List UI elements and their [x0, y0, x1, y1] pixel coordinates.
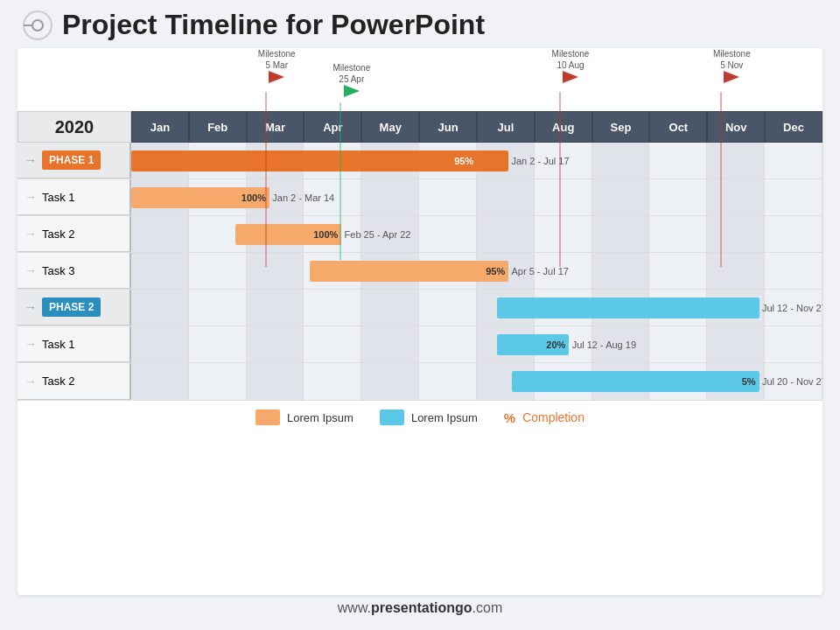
task3a-dates: Apr 5 - Jul 17: [512, 266, 569, 276]
month-nov: Nov: [707, 111, 765, 143]
year-cell: 2020: [18, 111, 131, 143]
arrow-icon: →: [24, 227, 37, 241]
task2a-label: → Task 2: [18, 216, 131, 252]
legend-blue: Lorem Ipsum: [380, 410, 478, 425]
legend-percent-symbol: %: [504, 410, 515, 425]
header: Project Timeline for PowerPoint: [18, 9, 822, 41]
month-mar: Mar: [247, 111, 304, 143]
month-may: May: [361, 111, 419, 143]
phase1-bar: 95%: [131, 150, 508, 172]
svg-point-1: [32, 20, 43, 31]
svg-marker-5: [563, 71, 578, 83]
task3a-bar: 95%: [310, 261, 508, 282]
phase1-label: → PHASE 1: [18, 143, 131, 178]
task1b-dates: Jul 12 - Aug 19: [572, 340, 636, 350]
svg-marker-4: [344, 85, 360, 97]
footer-text: www.presentationgo.com: [338, 600, 502, 615]
task2a-grid: 100% Feb 25 - Apr 22: [131, 216, 822, 252]
month-jan: Jan: [131, 111, 189, 143]
month-jul: Jul: [477, 111, 535, 143]
arrow-icon: →: [24, 190, 37, 204]
months-header: 2020 Jan Feb Mar Apr May Jun Jul Aug Sep…: [18, 111, 822, 143]
task1a-label: → Task 1: [18, 179, 131, 215]
arrow-icon: →: [24, 153, 37, 167]
svg-marker-3: [269, 71, 284, 83]
month-jun: Jun: [419, 111, 477, 143]
phase1-dates: Jan 2 - Jul 17: [512, 156, 570, 166]
task2a-row: → Task 2 100%: [18, 216, 822, 253]
task2b-row: → Task 2 5%: [18, 363, 822, 400]
legend-blue-box: [380, 410, 404, 425]
arrow-icon: →: [24, 374, 37, 388]
arrow-icon: →: [24, 337, 37, 351]
phase2-row: → PHASE 2 Jul: [18, 290, 822, 326]
milestone-2: Milestone 25 Apr: [332, 62, 370, 97]
task1a-bar: 100%: [131, 187, 270, 208]
timeline-icon: [22, 10, 53, 41]
task2a-bar: 100%: [235, 224, 342, 245]
flag-icon-4: [724, 71, 739, 83]
task1b-row: → Task 1 20%: [18, 326, 822, 363]
legend: Lorem Ipsum Lorem Ipsum % Completion: [18, 400, 822, 430]
page: Project Timeline for PowerPoint Mileston…: [0, 0, 840, 630]
phase2-bar: [497, 298, 760, 318]
task1a-dates: Jan 2 - Mar 14: [272, 192, 334, 203]
legend-orange-box: [256, 410, 280, 425]
task2a-dates: Feb 25 - Apr 22: [345, 229, 411, 240]
month-feb: Feb: [189, 111, 247, 143]
flag-icon-2: [344, 85, 360, 97]
milestone-3: Milestone 10 Aug: [552, 48, 590, 83]
month-dec: Dec: [765, 111, 822, 143]
task1b-bar: 20%: [497, 334, 569, 355]
phase1-grid: 95% Jan 2 - Jul 17: [131, 143, 822, 178]
month-sep: Sep: [592, 111, 650, 143]
task1b-grid: 20% Jul 12 - Aug 19: [131, 326, 822, 362]
svg-marker-6: [724, 71, 739, 83]
phase1-box: PHASE 1: [42, 150, 101, 170]
phase2-grid: Jul 12 - Nov 27: [131, 290, 822, 326]
task2b-dates: Jul 20 - Nov 27: [762, 376, 822, 387]
milestone-4: Milestone 5 Nov: [713, 48, 751, 83]
legend-blue-label: Lorem Ipsum: [411, 411, 478, 424]
legend-completion: % Completion: [504, 410, 584, 425]
arrow-icon: →: [24, 263, 37, 277]
phase1-row: → PHASE 1 95%: [18, 143, 822, 179]
task1a-grid: 100% Jan 2 - Mar 14: [131, 179, 822, 215]
task1a-row: → Task 1 100%: [18, 179, 822, 216]
task2b-label: → Task 2: [18, 363, 131, 400]
task3a-grid: 95% Apr 5 - Jul 17: [131, 253, 822, 289]
page-title: Project Timeline for PowerPoint: [62, 9, 485, 41]
task3a-label: → Task 3: [18, 253, 131, 289]
task3a-row: → Task 3 95%: [18, 253, 822, 290]
month-apr: Apr: [304, 111, 361, 143]
milestones-area: Milestone 5 Mar Milestone 25 Apr: [131, 48, 822, 111]
task2b-bar: 5%: [512, 371, 760, 392]
month-aug: Aug: [535, 111, 592, 143]
flag-icon-1: [269, 71, 284, 83]
legend-orange: Lorem Ipsum: [256, 410, 354, 425]
phase2-label: → PHASE 2: [18, 290, 131, 326]
footer: www.presentationgo.com: [18, 595, 822, 621]
task1b-label: → Task 1: [18, 326, 131, 362]
month-oct: Oct: [649, 111, 707, 143]
legend-completion-label: Completion: [522, 410, 584, 424]
task2b-grid: 5% Jul 20 - Nov 27: [131, 363, 822, 400]
phase2-box: PHASE 2: [42, 298, 101, 317]
legend-orange-label: Lorem Ipsum: [287, 411, 354, 424]
arrow-icon: →: [24, 300, 37, 314]
milestone-1: Milestone 5 Mar: [258, 48, 296, 83]
flag-icon-3: [563, 71, 578, 83]
phase2-dates: Jul 12 - Nov 27: [762, 303, 822, 313]
